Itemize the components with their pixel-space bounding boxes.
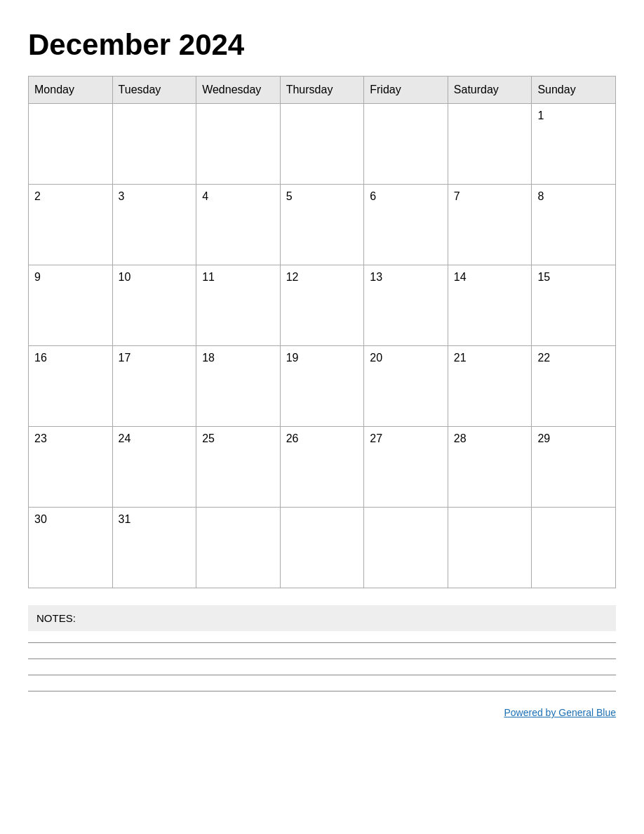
notes-label: NOTES: [28, 605, 616, 631]
calendar-week-row: 23242526272829 [29, 427, 616, 508]
calendar-day-cell: 31 [112, 508, 196, 588]
calendar-day-cell [196, 508, 281, 588]
day-number: 6 [370, 190, 442, 203]
calendar-week-row: 1 [29, 104, 616, 185]
day-number: 14 [454, 271, 526, 284]
day-number: 15 [537, 271, 610, 284]
notes-section: NOTES: [28, 605, 616, 691]
calendar-header-row: MondayTuesdayWednesdayThursdayFridaySatu… [29, 77, 616, 104]
calendar-header-tuesday: Tuesday [112, 77, 196, 104]
calendar-day-cell: 10 [112, 265, 196, 346]
day-number: 28 [454, 432, 526, 445]
day-number: 30 [34, 513, 107, 526]
calendar-week-row: 16171819202122 [29, 346, 616, 427]
day-number: 23 [34, 432, 107, 445]
day-number: 31 [119, 513, 191, 526]
calendar-day-cell: 30 [29, 508, 113, 588]
calendar-day-cell [280, 104, 364, 185]
calendar-day-cell: 26 [280, 427, 364, 508]
page-title: December 2024 [28, 28, 616, 62]
calendar-day-cell [112, 104, 196, 185]
calendar-day-cell: 17 [112, 346, 196, 427]
powered-by-link[interactable]: Powered by General Blue [504, 707, 616, 718]
day-number: 13 [370, 271, 442, 284]
day-number: 24 [119, 432, 191, 445]
calendar-day-cell [532, 508, 616, 588]
calendar-day-cell [280, 508, 364, 588]
calendar-day-cell: 18 [196, 346, 281, 427]
calendar-day-cell: 21 [448, 346, 532, 427]
calendar-day-cell [364, 508, 448, 588]
calendar-day-cell: 28 [448, 427, 532, 508]
footer: Powered by General Blue [28, 707, 616, 718]
calendar-day-cell: 14 [448, 265, 532, 346]
calendar-day-cell: 5 [280, 185, 364, 265]
calendar-day-cell: 13 [364, 265, 448, 346]
day-number: 2 [34, 190, 107, 203]
calendar-day-cell: 4 [196, 185, 281, 265]
calendar-table: MondayTuesdayWednesdayThursdayFridaySatu… [28, 76, 616, 588]
calendar-day-cell: 15 [532, 265, 616, 346]
day-number: 19 [286, 352, 358, 364]
calendar-week-row: 2345678 [29, 185, 616, 265]
day-number: 7 [454, 190, 526, 203]
notes-line-1 [28, 642, 616, 643]
notes-line-4 [28, 691, 616, 691]
calendar-day-cell: 7 [448, 185, 532, 265]
calendar-day-cell [448, 508, 532, 588]
day-number: 21 [454, 352, 526, 364]
calendar-day-cell: 12 [280, 265, 364, 346]
day-number: 22 [537, 352, 610, 364]
day-number: 29 [537, 432, 610, 445]
calendar-header-thursday: Thursday [280, 77, 364, 104]
calendar-header-saturday: Saturday [448, 77, 532, 104]
calendar-week-row: 3031 [29, 508, 616, 588]
day-number: 27 [370, 432, 442, 445]
calendar-day-cell: 2 [29, 185, 113, 265]
day-number: 3 [119, 190, 191, 203]
calendar-day-cell: 1 [532, 104, 616, 185]
calendar-day-cell: 11 [196, 265, 281, 346]
calendar-day-cell [448, 104, 532, 185]
day-number: 25 [202, 432, 274, 445]
day-number: 26 [286, 432, 358, 445]
day-number: 18 [202, 352, 274, 364]
calendar-day-cell: 6 [364, 185, 448, 265]
calendar-header-sunday: Sunday [532, 77, 616, 104]
calendar-week-row: 9101112131415 [29, 265, 616, 346]
calendar-header-monday: Monday [29, 77, 113, 104]
calendar-day-cell: 19 [280, 346, 364, 427]
calendar-header-wednesday: Wednesday [196, 77, 281, 104]
day-number: 1 [537, 110, 610, 122]
calendar-day-cell [196, 104, 281, 185]
calendar-day-cell: 23 [29, 427, 113, 508]
calendar-day-cell: 29 [532, 427, 616, 508]
calendar-day-cell: 16 [29, 346, 113, 427]
notes-line-3 [28, 675, 616, 675]
calendar-day-cell: 8 [532, 185, 616, 265]
day-number: 17 [119, 352, 191, 364]
day-number: 4 [202, 190, 274, 203]
calendar-day-cell: 3 [112, 185, 196, 265]
calendar-day-cell: 22 [532, 346, 616, 427]
day-number: 9 [34, 271, 107, 284]
day-number: 12 [286, 271, 358, 284]
calendar-day-cell [364, 104, 448, 185]
notes-line-2 [28, 658, 616, 659]
calendar-day-cell: 27 [364, 427, 448, 508]
day-number: 16 [34, 352, 107, 364]
day-number: 20 [370, 352, 442, 364]
day-number: 8 [537, 190, 610, 203]
day-number: 10 [119, 271, 191, 284]
calendar-day-cell [29, 104, 113, 185]
day-number: 5 [286, 190, 358, 203]
calendar-day-cell: 20 [364, 346, 448, 427]
calendar-day-cell: 24 [112, 427, 196, 508]
day-number: 11 [202, 271, 274, 284]
calendar-header-friday: Friday [364, 77, 448, 104]
calendar-day-cell: 25 [196, 427, 281, 508]
calendar-day-cell: 9 [29, 265, 113, 346]
